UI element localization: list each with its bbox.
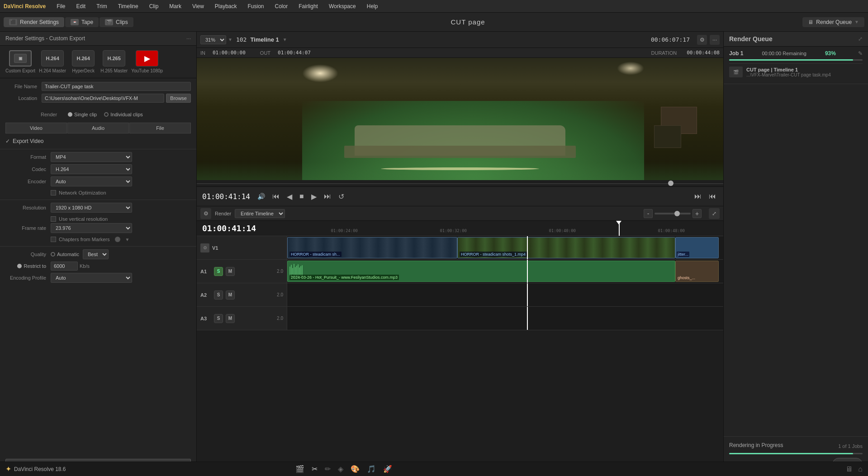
status-fusion-icon[interactable]: ◈	[338, 465, 343, 473]
audio-tab-button[interactable]: Audio	[67, 123, 129, 133]
a3-s-button[interactable]: S	[214, 314, 223, 323]
file-tab-button[interactable]: File	[129, 123, 191, 133]
next-frame-button[interactable]: ⏭	[693, 190, 703, 202]
a1-clip-1[interactable]: 2024-03-26 - Hot_Pursuit_- www.FesliyanS…	[287, 261, 675, 282]
menu-playback[interactable]: Playback	[213, 2, 239, 10]
quality-auto-radio[interactable]	[51, 252, 55, 257]
menu-color[interactable]: Color	[273, 2, 290, 10]
menu-workspace[interactable]: Workspace	[327, 2, 358, 10]
step-back-button[interactable]: ◀	[285, 190, 294, 203]
volume-button[interactable]: 🔊	[256, 191, 267, 202]
restrict-radio[interactable]	[17, 264, 22, 268]
v1-expand-icon[interactable]: ⚙	[200, 243, 209, 252]
preset-youtube[interactable]: ▶ YouTube 1080p	[131, 50, 163, 73]
a3-m-button[interactable]: M	[226, 314, 235, 323]
encoding-profile-select[interactable]: Auto	[51, 273, 132, 283]
file-name-input[interactable]	[42, 82, 191, 91]
chapters-chevron[interactable]: ▼	[125, 237, 129, 242]
play-button[interactable]: ▶	[309, 190, 318, 203]
status-bar: ✦ DaVinci Resolve 18.6 🎬 ✂ ✏ ◈ 🎨 🎵 🚀 🖥 ⌂	[0, 462, 868, 476]
timeline-scrubber[interactable]	[197, 180, 723, 186]
menu-trim[interactable]: Trim	[95, 2, 109, 10]
v1-clip-2[interactable]: HORROR - steadicam shots_1.mp4	[457, 237, 675, 258]
individual-clips-option[interactable]: Individual clips	[104, 112, 143, 117]
a1-clip-2[interactable]: ghosts_...	[675, 261, 719, 282]
a2-m-button[interactable]: M	[226, 290, 235, 300]
expand-timeline-button[interactable]: ⤢	[709, 208, 720, 219]
restrict-value-input[interactable]	[51, 262, 78, 271]
video-tab-button[interactable]: Video	[5, 123, 67, 133]
status-deliver-icon[interactable]: 🚀	[383, 465, 392, 473]
scrubber-thumb[interactable]	[668, 181, 674, 186]
tab-clips[interactable]: 🎬 Clips	[100, 17, 133, 27]
status-fairlight-icon[interactable]: 🎵	[367, 465, 376, 473]
v1-clip-1[interactable]: HORROR - steadicam sh...	[287, 237, 457, 258]
stop-button[interactable]: ■	[298, 190, 306, 202]
menu-clip[interactable]: Clip	[147, 2, 161, 10]
quality-auto-option[interactable]: Automatic	[51, 252, 79, 257]
status-color-icon[interactable]: 🎨	[351, 465, 360, 473]
status-monitor-icon[interactable]: 🖥	[845, 465, 853, 473]
a1-m-button[interactable]: M	[226, 267, 235, 276]
youtube-icon: ▶	[136, 50, 158, 67]
render-queue-button[interactable]: 🖥 Render Queue ▼	[802, 17, 864, 27]
encoder-select[interactable]: Auto	[51, 176, 132, 186]
timeline-range-select[interactable]: Entire Timeline	[235, 209, 285, 218]
loop-button[interactable]: ↺	[337, 190, 346, 203]
zoom-out-button[interactable]: -	[644, 209, 653, 218]
chapters-toggle[interactable]	[115, 237, 120, 242]
a1-s-button[interactable]: S	[214, 267, 223, 276]
status-home-icon[interactable]: ⌂	[858, 465, 863, 473]
menu-mark[interactable]: Mark	[167, 2, 183, 10]
preset-h265-master[interactable]: H.265 H.265 Master	[100, 50, 128, 73]
menu-fairlight[interactable]: Fairlight	[297, 2, 320, 10]
browse-button[interactable]: Browse	[166, 94, 191, 103]
codec-select[interactable]: H.264	[51, 164, 132, 174]
zoom-thumb[interactable]	[674, 211, 680, 216]
menu-file[interactable]: File	[55, 2, 67, 10]
chapters-checkbox[interactable]	[51, 237, 56, 242]
preset-custom-export[interactable]: ▣ Custom Export	[5, 50, 35, 73]
menu-timeline[interactable]: Timeline	[116, 2, 140, 10]
format-select[interactable]: MP4	[51, 152, 132, 162]
status-cut-icon[interactable]: ✂	[312, 465, 318, 473]
skip-to-start-button[interactable]: ⏮	[270, 190, 281, 202]
preset-h264-master[interactable]: H.264 H.264 Master	[39, 50, 66, 73]
resolution-select[interactable]: 1920 x 1080 HD	[51, 203, 132, 213]
viewer-more-icon[interactable]: ···	[710, 35, 720, 45]
single-clip-radio[interactable]	[68, 112, 72, 117]
tab-render-settings[interactable]: ⬛ Render Settings	[4, 17, 64, 27]
status-edit-icon[interactable]: ✏	[325, 465, 331, 473]
v1-label: V1	[212, 245, 223, 251]
menu-edit[interactable]: Edit	[75, 2, 88, 10]
skip-forward-button[interactable]: ⏭	[322, 190, 333, 202]
main-layout: Render Settings - Custom Export ··· ▣ Cu…	[0, 32, 868, 476]
app-name[interactable]: DaVinci Resolve	[4, 3, 46, 10]
a2-s-button[interactable]: S	[214, 290, 223, 300]
menu-help[interactable]: Help	[365, 2, 380, 10]
viewer-settings-icon[interactable]: ⚙	[697, 35, 707, 45]
frame-rate-select[interactable]: 23.976	[51, 223, 132, 233]
zoom-in-button[interactable]: +	[693, 209, 702, 218]
v1-clip-3[interactable]: jitter...	[675, 237, 719, 258]
timeline-settings-icon[interactable]: ⚙	[200, 208, 211, 219]
menu-view[interactable]: View	[190, 2, 206, 10]
zoom-slider[interactable]	[655, 213, 691, 214]
zoom-select[interactable]: 31%	[200, 35, 226, 44]
use-vertical-checkbox[interactable]	[51, 216, 56, 222]
individual-clips-radio[interactable]	[104, 112, 109, 117]
last-frame-button[interactable]: ⏮	[707, 190, 718, 202]
timeline-name-chevron[interactable]: ▼	[283, 37, 287, 42]
panel-menu-dots[interactable]: ···	[186, 35, 191, 42]
quality-best-select[interactable]: Best	[83, 249, 109, 259]
location-input[interactable]	[42, 94, 164, 103]
job-edit-icon[interactable]: ✎	[858, 50, 863, 57]
preset-hyperdeck[interactable]: H.264 HyperDeck	[70, 50, 97, 73]
menu-fusion[interactable]: Fusion	[246, 2, 266, 10]
location-row: Location Browse	[5, 94, 191, 103]
tab-tape[interactable]: 📼 Tape	[65, 17, 99, 27]
network-opt-checkbox[interactable]	[51, 190, 56, 195]
rq-expand-icon[interactable]: ⤢	[858, 36, 863, 42]
single-clip-option[interactable]: Single clip	[68, 112, 97, 117]
status-media-icon[interactable]: 🎬	[295, 465, 304, 473]
